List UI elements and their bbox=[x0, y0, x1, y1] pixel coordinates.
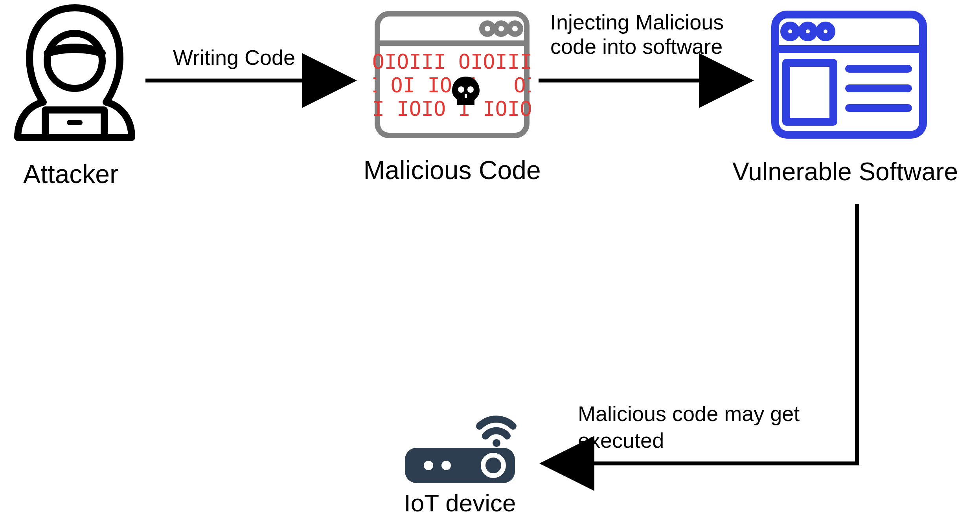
writing-code-annot: Writing Code bbox=[173, 45, 295, 70]
executed-annot: Malicious code may get executed bbox=[578, 401, 800, 454]
injecting-annot: Injecting Malicious code into software bbox=[550, 10, 724, 59]
arrows-layer bbox=[0, 0, 980, 520]
